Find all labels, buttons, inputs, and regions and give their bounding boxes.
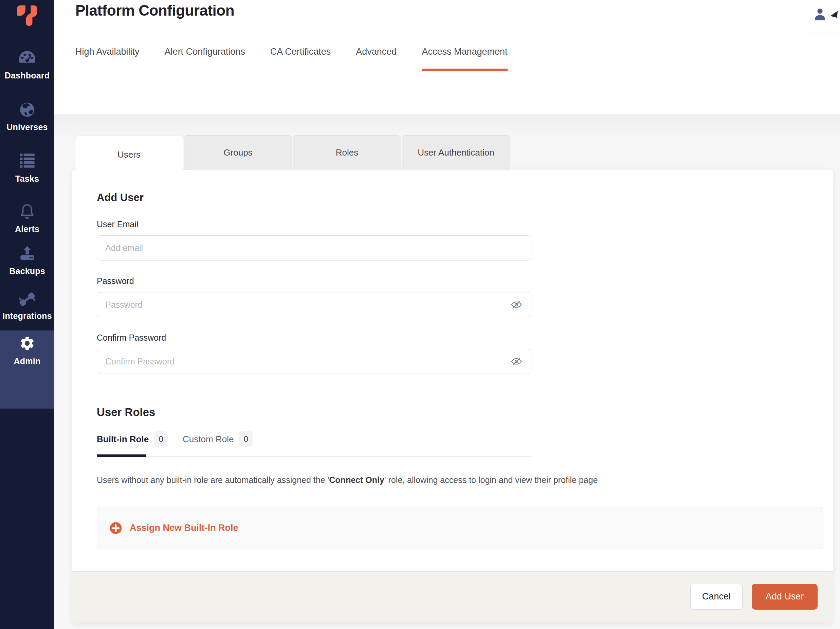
subtab-user-authentication[interactable]: User Authentication (402, 135, 510, 170)
user-email-input[interactable] (97, 235, 531, 261)
add-user-submit-button[interactable]: Add User (752, 584, 818, 610)
page-header: Platform Configuration High Availability… (54, 0, 840, 114)
role-tabs-divider (97, 456, 531, 457)
cancel-button[interactable]: Cancel (690, 584, 742, 610)
access-management-content: Users Groups Roles User Authentication A… (54, 114, 840, 629)
tab-ca-certificates[interactable]: CA Certificates (270, 45, 331, 71)
password-label: Password (97, 276, 833, 286)
sidebar-item-label: Dashboard (0, 71, 54, 81)
sidebar: Dashboard Universes Tasks (0, 0, 54, 629)
dashboard-gauge-icon (18, 50, 36, 67)
platform-config-tabs: High Availability Alert Configurations C… (75, 45, 508, 71)
tab-access-management[interactable]: Access Management (422, 45, 507, 71)
access-subtabs: Users Groups Roles User Authentication (75, 135, 511, 174)
sidebar-item-label: Tasks (0, 174, 54, 184)
sidebar-item-label: Integrations (0, 311, 54, 321)
tab-alert-configurations[interactable]: Alert Configurations (165, 45, 245, 71)
toggle-confirm-password-visibility-button[interactable] (509, 354, 524, 369)
task-list-icon (19, 153, 36, 171)
main-area: Platform Configuration High Availability… (54, 0, 840, 629)
subtab-groups[interactable]: Groups (184, 135, 292, 170)
gear-icon (19, 335, 35, 353)
chevron-down-icon (831, 11, 840, 21)
user-email-label: User Email (97, 220, 833, 229)
form-actions-footer: Cancel Add User (72, 571, 833, 621)
built-in-role-label: Built-in Role (97, 434, 149, 444)
add-user-heading: Add User (97, 191, 833, 204)
connect-only-info-text: Users without any built-in role are auto… (97, 475, 833, 485)
bell-icon (19, 203, 35, 221)
sidebar-item-label: Universes (0, 122, 54, 132)
sidebar-item-admin[interactable]: Admin (0, 330, 54, 409)
user-profile-icon (813, 7, 827, 22)
add-user-panel: Add User User Email Password Confirm Pas… (72, 170, 833, 571)
sidebar-item-backups[interactable]: Backups (0, 245, 54, 276)
integrations-plug-icon (18, 290, 36, 308)
confirm-password-input[interactable] (97, 349, 531, 374)
sidebar-item-label: Alerts (0, 224, 54, 234)
built-in-role-count-badge: 0 (154, 431, 168, 447)
user-roles-heading: User Roles (97, 406, 833, 419)
sidebar-item-dashboard[interactable]: Dashboard (0, 50, 54, 81)
sidebar-item-label: Admin (0, 356, 54, 366)
assign-built-in-role-label: Assign New Built-In Role (130, 523, 238, 533)
backup-upload-icon (19, 245, 36, 263)
page-title: Platform Configuration (75, 2, 234, 19)
subtab-roles[interactable]: Roles (293, 135, 401, 170)
sidebar-item-alerts[interactable]: Alerts (0, 203, 54, 234)
tab-built-in-role[interactable]: Built-in Role 0 (97, 431, 168, 447)
sidebar-item-universes[interactable]: Universes (0, 101, 54, 132)
password-input[interactable] (97, 292, 531, 317)
yugabyte-logo-icon[interactable] (0, 5, 54, 27)
assign-built-in-role-button[interactable]: Assign New Built-In Role (97, 507, 823, 549)
tab-custom-role[interactable]: Custom Role 0 (183, 431, 253, 447)
role-type-tabs: Built-in Role 0 Custom Role 0 (97, 431, 833, 447)
sidebar-item-tasks[interactable]: Tasks (0, 153, 54, 184)
sidebar-item-label: Backups (0, 266, 54, 276)
custom-role-count-badge: 0 (239, 431, 253, 447)
custom-role-label: Custom Role (183, 434, 234, 444)
confirm-password-label: Confirm Password (97, 333, 833, 343)
globe-icon (19, 101, 36, 119)
user-menu[interactable] (805, 0, 840, 33)
tab-high-availability[interactable]: High Availability (75, 45, 139, 71)
plus-circle-icon (109, 522, 122, 534)
sidebar-item-integrations[interactable]: Integrations (0, 290, 54, 321)
active-role-tab-indicator (97, 454, 146, 457)
tab-advanced[interactable]: Advanced (356, 45, 396, 71)
toggle-password-visibility-button[interactable] (509, 297, 524, 312)
subtab-users[interactable]: Users (75, 135, 183, 174)
